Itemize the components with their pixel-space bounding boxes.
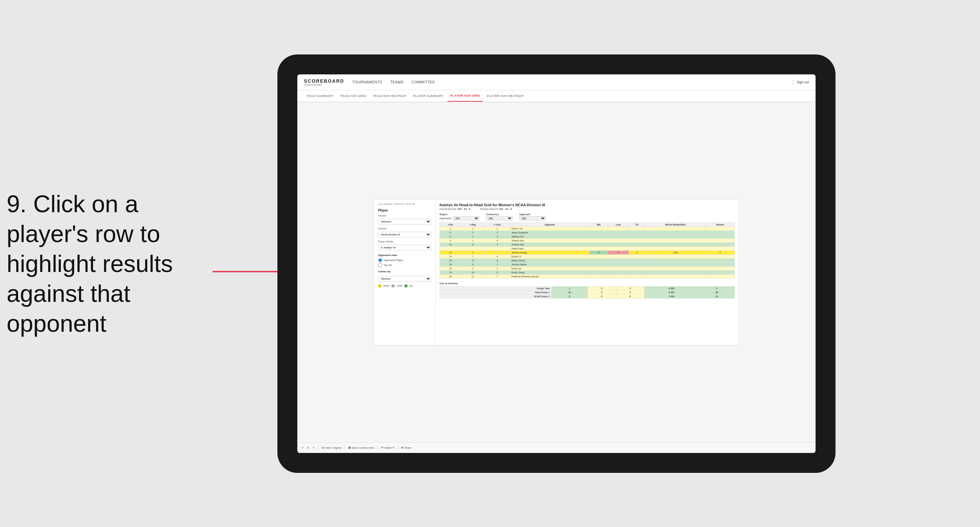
division-record: Division Record: 331 - 34 - 6: [480, 208, 512, 211]
grid-area: Katelyn Vo Head-to-Head Grid for Women's…: [436, 200, 739, 345]
colour-by-title: Colour by: [378, 270, 431, 273]
sidebar: Last Updated: 27/03/2024 16:55:38 Player…: [374, 200, 436, 345]
ood-row[interactable]: NAIA Division 115009.26730: [440, 290, 735, 294]
radio-opponents-played-label: Opponents Played: [384, 259, 403, 261]
filters-row: Region Opponents: (All) Conference: [439, 213, 735, 221]
conference-filter-title: Conference: [486, 213, 512, 216]
radio-top-100-label: Top 100: [384, 264, 392, 266]
watch-button[interactable]: 👁 Watch ▾: [381, 446, 394, 449]
redo-button[interactable]: ↺: [307, 446, 309, 449]
subnav-player-h2h-heatmap[interactable]: PLAYER H2H HEATMAP: [484, 90, 527, 102]
sidebar-gender-field: Gender Women's: [378, 214, 431, 224]
subnav-team-h2h-grid[interactable]: TEAM H2H GRID: [337, 90, 369, 102]
opponent-view-section: Opponent view Opponents Played Top 100: [378, 254, 431, 267]
player-rank-select[interactable]: 8. Katelyn Vo: [378, 245, 431, 251]
legend-up-dot: [404, 284, 407, 287]
opponent-filter-row: (All): [519, 216, 546, 221]
gender-select[interactable]: Women's: [378, 219, 431, 224]
conference-select[interactable]: (All): [486, 216, 512, 221]
nav-teams[interactable]: TEAMS: [390, 80, 403, 84]
toolbar: ↩ ↺ ↪ ⊞ View: Original 🖬 Save Custom Vie…: [298, 442, 816, 453]
region-filter-title: Region: [439, 213, 479, 216]
col-div: # Div: [440, 222, 461, 227]
table-row[interactable]: 19106Emily Chang: [440, 270, 735, 274]
subnav-team-h2h-heatmap[interactable]: TEAM H2H HEATMAP: [370, 90, 409, 102]
ood-row[interactable]: Foreign Team1004.5002: [440, 286, 735, 290]
h2h-table: # Div # Reg # Conf Opponent Win Loss Tie…: [439, 222, 735, 279]
col-conf: # Conf: [484, 222, 510, 227]
radio-opponents-played[interactable]: Opponents Played: [378, 258, 431, 262]
region-filter-row: Opponents: (All): [439, 216, 479, 221]
opponent-filter-title: Opponent: [519, 213, 546, 216]
table-row[interactable]: 1822Euna Lee: [440, 266, 735, 270]
conference-filter-row: (All): [486, 216, 512, 221]
legend-down-dot: [378, 284, 381, 287]
colour-legend: Down Level Up: [378, 284, 431, 287]
view-original-button[interactable]: ⊞ View: Original: [322, 446, 341, 449]
table-row[interactable]: 20117Federica Domecq Lacroze: [440, 274, 735, 278]
nav-bar: SCOREBOARD Powered by clipd TOURNAMENTS …: [298, 75, 816, 90]
opponent-view-title: Opponent view: [378, 254, 431, 257]
sub-nav: TEAM SUMMARY TEAM H2H GRID TEAM H2H HEAT…: [298, 90, 816, 102]
subnav-player-h2h-grid[interactable]: PLAYER H2H GRID: [447, 90, 483, 102]
dashboard-panel: Last Updated: 27/03/2024 16:55:38 Player…: [374, 199, 739, 345]
region-opponents-label: Opponents:: [439, 217, 452, 219]
share-button[interactable]: ⌘ Share: [401, 446, 412, 449]
sign-out-button[interactable]: Sign out: [797, 80, 809, 84]
table-row[interactable]: 311Esther Lee: [440, 227, 735, 230]
out-of-division-section: Out of division Foreign Team1004.5002NAI…: [439, 282, 735, 298]
table-row[interactable]: 522Alexis Sudjianto: [440, 230, 735, 235]
table-row[interactable]: 1063Andrea York: [440, 243, 735, 246]
opponent-filter: Opponent (All): [519, 213, 546, 221]
nav-tournaments[interactable]: TOURNAMENTS: [352, 80, 382, 84]
legend-down-label: Down: [383, 284, 389, 287]
radio-top-100[interactable]: Top 100: [378, 263, 431, 267]
grid-title: Katelyn Vo Head-to-Head Grid for Women's…: [439, 203, 735, 207]
conference-filter: Conference (All): [486, 213, 512, 221]
col-reg: # Reg: [461, 222, 484, 227]
opponent-select[interactable]: (All): [519, 216, 546, 221]
tablet-shell: SCOREBOARD Powered by clipd TOURNAMENTS …: [277, 54, 835, 473]
sidebar-timestamp: Last Updated: 27/03/2024 16:55:38: [378, 203, 431, 205]
table-row[interactable]: Haejo Hyun: [440, 246, 735, 251]
out-of-division-title: Out of division: [439, 282, 735, 285]
col-rounds: Rounds: [706, 222, 735, 227]
logo-title: SCOREBOARD: [304, 78, 344, 84]
undo-button[interactable]: ↩: [301, 446, 304, 449]
table-row[interactable]: 1474Eunice Yi: [440, 254, 735, 258]
division-select[interactable]: NCAA Division III: [378, 232, 431, 237]
nav-committee[interactable]: COMMITTEE: [412, 80, 435, 84]
save-custom-view-button[interactable]: 🖬 Save Custom View: [348, 446, 374, 449]
division-label: Division: [378, 227, 431, 230]
subnav-team-summary[interactable]: TEAM SUMMARY: [304, 90, 336, 102]
col-loss: Loss: [608, 222, 629, 227]
col-win: Win: [590, 222, 608, 227]
player-rank-label: Player (Rank): [378, 240, 431, 243]
toolbar-separator-4: [397, 445, 398, 450]
nav-separator: |: [793, 79, 794, 85]
legend-level-label: Level: [397, 284, 402, 287]
table-row[interactable]: 613Sydney Kuo: [440, 235, 735, 238]
table-row[interactable]: 1691Jessica Mason: [440, 262, 735, 266]
grid-subtitle: Overall Record: 353 - 34 - 6 Division Re…: [439, 208, 735, 211]
region-select[interactable]: (All): [453, 216, 479, 221]
ood-table: Foreign Team1004.5002NAIA Division 11500…: [439, 286, 735, 298]
logo-sub: Powered by clipd: [304, 84, 344, 86]
forward-button[interactable]: ↪: [313, 446, 315, 449]
legend-up-label: Up: [410, 284, 413, 287]
ood-row[interactable]: NCAA Division 25007.40010: [440, 294, 735, 298]
nav-links: TOURNAMENTS TEAMS COMMITTEE: [352, 80, 790, 84]
sidebar-player-rank-field: Player (Rank) 8. Katelyn Vo: [378, 240, 431, 251]
app-logo: SCOREBOARD Powered by clipd: [304, 78, 344, 86]
col-opponent: Opponent: [510, 222, 590, 227]
subnav-player-summary[interactable]: PLAYER SUMMARY: [410, 90, 446, 102]
colour-by-select[interactable]: Win/loss: [378, 276, 431, 282]
table-row[interactable]: 131Jessica Huang010-3.002: [440, 251, 735, 254]
overall-record: Overall Record: 353 - 34 - 6: [439, 208, 470, 211]
toolbar-separator-3: [377, 445, 378, 450]
colour-by-section: Colour by Win/loss: [378, 270, 431, 282]
legend-level-dot: [391, 284, 395, 287]
sidebar-player-title: Player: [378, 208, 431, 212]
table-row[interactable]: 914Sharon Mun: [440, 238, 735, 243]
table-row[interactable]: 1585Stella Cheng: [440, 258, 735, 262]
